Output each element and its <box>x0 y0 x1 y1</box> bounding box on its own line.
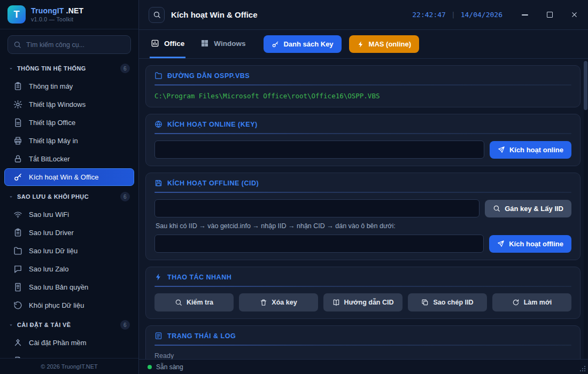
scrollbar-thumb[interactable] <box>584 61 587 110</box>
search-icon <box>153 11 161 19</box>
app-window: T TruongIT .NET v1.0.0 — Toolkit THÔNG T… <box>0 0 588 374</box>
clock: 22:42:47 | 14/04/2026 <box>412 11 502 19</box>
lock-icon <box>13 154 22 163</box>
copy-icon <box>421 299 429 306</box>
clipboard-icon <box>13 228 22 237</box>
sidebar-section-backup-restore[interactable]: SAO LƯU & KHÔI PHỤC 6 <box>4 186 134 205</box>
cid-input[interactable] <box>154 235 484 253</box>
maximize-icon <box>547 12 553 18</box>
sidebar-item-sao-luu-zalo[interactable]: Sao lưu Zalo <box>4 260 134 278</box>
chevron-down-icon <box>9 66 13 71</box>
minimize-icon <box>522 14 528 15</box>
sidebar-item-tat-bitlocker[interactable]: Tắt BitLocker <box>4 150 134 168</box>
restore-icon <box>13 301 22 310</box>
card-title: KÍCH HOẠT ONLINE (KEY) <box>167 121 258 128</box>
divider <box>154 286 571 287</box>
ospp-path-value: C:\Program Files\Microsoft Office\root\O… <box>154 92 571 100</box>
brand: T TruongIT .NET v1.0.0 — Toolkit <box>0 0 138 29</box>
sidebar-item-sao-luu-wifi[interactable]: Sao lưu WiFi <box>4 206 134 223</box>
resize-grip[interactable] <box>579 365 586 372</box>
section-badge: 6 <box>120 192 130 201</box>
sidebar-item-thong-tin-may[interactable]: Thông tin máy <box>4 77 134 95</box>
sidebar-section-install-download[interactable]: CÀI ĐẶT & TẢI VỀ 6 <box>4 315 134 333</box>
printer-icon <box>13 136 22 145</box>
folder-icon <box>154 72 163 80</box>
divider <box>154 192 571 193</box>
statusbar: Sẵn sàng <box>139 359 588 374</box>
main-area: Kích hoạt Win & Office 22:42:47 | 14/04/… <box>139 0 588 374</box>
card-title: TRẠNG THÁI & LOG <box>167 332 236 340</box>
lightning-icon <box>357 41 365 48</box>
clock-separator: | <box>451 11 455 19</box>
clipboard-icon <box>13 82 22 91</box>
chart-icon <box>151 39 159 48</box>
sidebar-item-sao-luu-driver[interactable]: Sao lưu Driver <box>4 224 134 241</box>
rocket-icon <box>498 146 505 153</box>
sidebar-item-kich-hoat-win-office[interactable]: Kích hoạt Win & Office <box>4 168 134 186</box>
card-ospp-path: ĐƯỜNG DẪN OSPP.VBS C:\Program Files\Micr… <box>145 65 581 107</box>
tools-icon <box>13 338 22 347</box>
sidebar-item-sao-luu-du-lieu[interactable]: Sao lưu Dữ liệu <box>4 242 134 260</box>
key-icon <box>272 41 279 48</box>
product-key-input[interactable] <box>154 141 484 159</box>
card-title: KÍCH HOẠT OFFLINE (CID) <box>167 180 259 187</box>
activate-offline-button[interactable]: Kích hoạt offline <box>489 235 571 253</box>
chat-icon <box>13 264 22 274</box>
globe-icon <box>154 120 163 128</box>
clock-date: 14/04/2026 <box>461 11 502 19</box>
trash-icon <box>260 299 267 306</box>
delete-key-button[interactable]: Xóa key <box>239 293 318 311</box>
book-icon <box>332 299 340 306</box>
sidebar-item-thiet-lap-office[interactable]: Thiết lập Office <box>4 114 134 131</box>
page-title-icon-box <box>149 7 165 23</box>
minimize-button[interactable] <box>521 11 529 19</box>
sidebar-item-thiet-lap-may-in[interactable]: Thiết lập Máy in <box>4 132 134 150</box>
gear-icon <box>13 100 22 109</box>
card-status-log: TRẠNG THÁI & LOG Ready <box>145 325 581 359</box>
wifi-icon <box>13 210 22 219</box>
maximize-button[interactable] <box>545 11 554 19</box>
activate-online-button[interactable]: Kích hoạt online <box>490 141 571 159</box>
refresh-icon <box>512 299 520 306</box>
get-iid-button[interactable]: Gán key & Lấy IID <box>485 200 571 217</box>
page-title: Kích hoạt Win & Office <box>171 10 258 19</box>
folder-icon <box>13 246 22 255</box>
chevron-down-icon <box>9 194 13 199</box>
file-text-icon <box>13 118 22 127</box>
sidebar-section-system-info[interactable]: THÔNG TIN HỆ THỐNG 6 <box>4 58 134 77</box>
clock-time: 22:42:47 <box>412 11 446 19</box>
divider <box>154 345 571 346</box>
iid-input[interactable] <box>154 199 479 217</box>
search-input[interactable] <box>7 35 131 54</box>
check-button[interactable]: Kiểm tra <box>154 293 234 311</box>
sidebar-item-sao-luu-ban-quyen[interactable]: Sao lưu Bản quyền <box>4 278 134 296</box>
key-list-button[interactable]: Danh sách Key <box>264 35 341 53</box>
close-icon <box>571 11 578 18</box>
divider <box>154 133 571 134</box>
sidebar-item-cai-dat-office[interactable]: Cài đặt Office <box>4 352 134 358</box>
sidebar-item-thiet-lap-windows[interactable]: Thiết lập Windows <box>4 96 134 113</box>
sidebar-item-cai-dat-phan-mem[interactable]: Cài đặt Phần mềm <box>4 334 134 352</box>
sidebar-footer: © 2026 TruongIT.NET <box>0 358 138 374</box>
cid-guide-button[interactable]: Hướng dẫn CID <box>323 293 403 311</box>
refresh-button[interactable]: Làm mới <box>492 293 571 311</box>
status-dot <box>148 365 152 369</box>
search-icon <box>175 299 182 306</box>
vertical-scrollbar[interactable] <box>584 60 587 359</box>
divider <box>154 84 571 85</box>
close-button[interactable] <box>570 11 578 19</box>
copy-iid-button[interactable]: Sao chép IID <box>408 293 487 311</box>
mas-online-button[interactable]: MAS (online) <box>349 35 419 53</box>
log-icon <box>154 332 163 340</box>
key-icon <box>13 173 22 182</box>
section-badge: 6 <box>120 320 130 330</box>
chevron-down-icon <box>9 323 13 328</box>
tab-office[interactable]: Office <box>150 30 185 58</box>
card-online-activation: KÍCH HOẠT ONLINE (KEY) Kích hoạt online <box>145 114 581 166</box>
card-title: ĐƯỜNG DẪN OSPP.VBS <box>167 72 250 80</box>
lightning-icon <box>154 273 163 281</box>
sidebar-item-khoi-phuc-du-lieu[interactable]: Khôi phục Dữ liệu <box>4 297 134 314</box>
section-badge: 6 <box>120 64 130 73</box>
tab-windows[interactable]: Windows <box>199 30 246 58</box>
search-icon <box>13 41 21 49</box>
